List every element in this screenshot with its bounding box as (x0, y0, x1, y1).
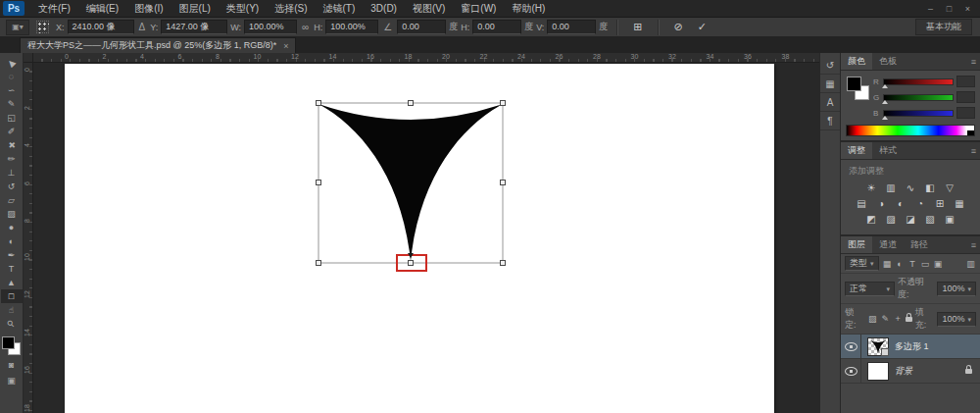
panel-menu-icon[interactable]: ≡ (971, 57, 980, 67)
polygon-shape[interactable] (318, 104, 503, 261)
character-panel-icon[interactable]: A (820, 93, 840, 112)
history-brush-tool-icon[interactable]: ↺ (1, 180, 23, 193)
tab-swatches[interactable]: 色板 (872, 53, 904, 70)
channel-mixer-icon[interactable]: ⊞ (933, 197, 947, 210)
menu-item-图层[interactable]: 图层(L) (172, 0, 219, 18)
tab-channels[interactable]: 通道 (872, 236, 904, 253)
slider-value-field[interactable] (956, 91, 975, 103)
lock-all-icon[interactable] (906, 317, 912, 322)
lock-transparency-icon[interactable]: ▨ (867, 314, 878, 324)
photo-filter-icon[interactable]: ◔ (913, 197, 927, 210)
brightness-contrast-icon[interactable]: ☀ (864, 181, 878, 194)
move-tool-icon[interactable]: ▶ (1, 56, 23, 70)
filter-shape-layers-icon[interactable]: ▭ (920, 259, 931, 269)
v-skew-field[interactable]: 0.00 (547, 20, 596, 34)
relative-position-icon[interactable]: Δ (137, 22, 148, 32)
hand-tool-icon[interactable]: ☝ (1, 303, 23, 317)
tab-adjustments[interactable]: 调整 (841, 142, 872, 159)
slider-track-B[interactable] (883, 110, 954, 117)
tab-close-icon[interactable]: × (283, 41, 288, 51)
y-position-field[interactable]: 1427.00 像 (161, 20, 227, 34)
crop-tool-icon[interactable]: ◱ (1, 111, 23, 125)
commit-transform-icon[interactable]: ✓ (692, 21, 712, 33)
menu-item-选择[interactable]: 选择(S) (267, 0, 315, 18)
slider-thumb-icon[interactable] (882, 100, 888, 104)
transform-handle[interactable] (317, 101, 321, 106)
warp-mode-icon[interactable]: ⊞ (627, 21, 648, 33)
quick-selection-tool-icon[interactable]: ✎ (1, 97, 23, 111)
menu-item-窗口[interactable]: 窗口(W) (453, 0, 504, 18)
blend-mode-dropdown[interactable]: 正常▾ (845, 282, 895, 296)
brush-tool-icon[interactable]: ✏ (1, 152, 23, 166)
slider-thumb-icon[interactable] (882, 84, 888, 88)
slider-track-R[interactable] (883, 78, 954, 85)
panel-menu-icon[interactable]: ≡ (971, 146, 980, 156)
lock-position-icon[interactable]: + (893, 314, 904, 324)
filter-type-layers-icon[interactable]: T (907, 259, 918, 269)
menu-item-编辑[interactable]: 编辑(E) (78, 0, 126, 18)
menu-item-文件[interactable]: 文件(F) (30, 0, 78, 18)
shape-tool-icon[interactable]: □ (1, 289, 23, 303)
quick-mask-icon[interactable]: ◙ (1, 358, 23, 371)
lock-image-icon[interactable]: ✎ (880, 314, 891, 324)
black-white-icon[interactable]: ◐ (894, 197, 907, 210)
history-panel-icon[interactable]: ↺ (820, 56, 840, 75)
filter-adjustment-layers-icon[interactable]: ◐ (895, 259, 906, 269)
transform-handle[interactable] (409, 101, 414, 106)
panel-menu-icon[interactable]: ≡ (971, 240, 980, 250)
menu-item-类型[interactable]: 类型(Y) (219, 0, 267, 18)
close-button[interactable]: × (959, 2, 976, 15)
slider-value-field[interactable] (956, 76, 975, 87)
height-field[interactable]: 100.00% (325, 20, 378, 34)
width-field[interactable]: 100.00% (244, 20, 297, 34)
healing-brush-tool-icon[interactable]: ✚ (1, 138, 23, 152)
rotation-field[interactable]: 0.00 (397, 20, 446, 34)
color-spectrum-ramp[interactable] (846, 125, 975, 136)
slider-thumb-icon[interactable] (882, 116, 888, 120)
menu-item-帮助[interactable]: 帮助(H) (504, 0, 553, 18)
menu-item-视图[interactable]: 视图(V) (405, 0, 453, 18)
layer-visibility-cell[interactable] (841, 335, 861, 358)
color-lookup-icon[interactable]: ▦ (953, 197, 966, 210)
tab-color[interactable]: 颜色 (841, 53, 872, 70)
paragraph-panel-icon[interactable]: ¶ (820, 112, 840, 130)
filter-toggle-icon[interactable]: ▥ (965, 259, 976, 269)
eyedropper-tool-icon[interactable]: ✐ (1, 125, 23, 138)
reference-point-locator-icon[interactable] (36, 21, 49, 33)
tab-paths[interactable]: 路径 (904, 236, 935, 253)
fill-dropdown[interactable]: 100%▾ (937, 312, 976, 327)
document-tab[interactable]: 程大大学PS之——几何形状工具.psd @ 25%(多边形 1, RGB/8)*… (20, 37, 296, 53)
filter-kind-dropdown[interactable]: 类型▾ (845, 256, 879, 271)
maximize-button[interactable]: □ (941, 2, 957, 15)
slider-track-G[interactable] (883, 94, 954, 101)
eraser-tool-icon[interactable]: ▱ (1, 193, 23, 207)
filter-pixel-layers-icon[interactable]: ▦ (882, 259, 893, 269)
layer-thumbnail[interactable] (867, 362, 889, 381)
x-position-field[interactable]: 2410.00 像 (68, 20, 134, 34)
tab-styles[interactable]: 样式 (872, 142, 904, 159)
transform-handle[interactable] (501, 261, 506, 266)
cancel-transform-icon[interactable]: ⊘ (668, 21, 689, 33)
layer-thumbnail[interactable] (867, 337, 889, 356)
link-dimensions-icon[interactable]: ∞ (300, 22, 311, 32)
curves-icon[interactable]: ∿ (904, 181, 917, 194)
color-panel-swatches[interactable] (846, 76, 869, 101)
menu-item-3D[interactable]: 3D(D) (363, 0, 405, 18)
eye-icon[interactable] (845, 342, 858, 351)
transform-handle[interactable] (317, 181, 321, 185)
invert-icon[interactable]: ◩ (864, 213, 878, 226)
layer-visibility-cell[interactable] (841, 359, 861, 383)
dodge-tool-icon[interactable]: ◐ (1, 234, 23, 248)
layer-row[interactable]: 背景 (841, 359, 980, 384)
color-balance-icon[interactable]: ◑ (874, 197, 888, 210)
gradient-tool-icon[interactable]: ▨ (1, 207, 23, 221)
clone-stamp-tool-icon[interactable]: ⊥ (1, 166, 23, 180)
opacity-dropdown[interactable]: 100%▾ (937, 282, 976, 296)
exposure-icon[interactable]: ◧ (923, 181, 937, 194)
gradient-map-icon[interactable]: ▧ (923, 213, 937, 226)
blur-tool-icon[interactable]: ● (1, 221, 23, 234)
slider-value-field[interactable] (956, 107, 975, 119)
transform-handle[interactable] (501, 181, 506, 185)
workspace-switcher[interactable]: 基本功能 (915, 19, 972, 35)
minimize-button[interactable]: – (922, 2, 939, 15)
